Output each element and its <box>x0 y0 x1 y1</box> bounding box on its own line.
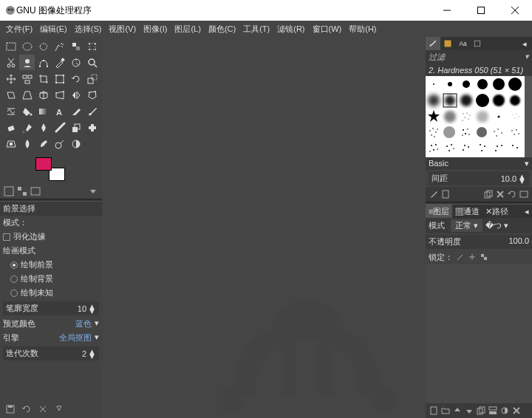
device-status-icon[interactable] <box>16 185 28 197</box>
tool-dodge-burn[interactable] <box>52 136 67 151</box>
lock-alpha-icon[interactable] <box>480 253 488 263</box>
mask-layer-icon[interactable] <box>499 405 510 416</box>
lower-layer-icon[interactable] <box>464 405 474 416</box>
menu-view[interactable]: 视图(V) <box>106 22 139 36</box>
tool-rotate[interactable] <box>68 71 83 86</box>
tool-fuzzy-select[interactable] <box>52 38 67 54</box>
close-button[interactable] <box>498 0 532 21</box>
tab-history[interactable] <box>470 37 485 50</box>
duplicate-layer-icon[interactable] <box>476 405 486 416</box>
tool-pencil[interactable] <box>68 103 83 119</box>
tool-text[interactable]: A <box>52 103 67 119</box>
merge-layer-icon[interactable] <box>488 405 498 416</box>
menu-help[interactable]: 帮助(H) <box>346 22 379 36</box>
tool-zoom[interactable] <box>84 55 100 70</box>
menu-select[interactable]: 选择(S) <box>72 22 105 36</box>
raise-layer-icon[interactable] <box>452 405 463 416</box>
layer-mode-dropdown[interactable]: 正常 ▾ <box>451 219 482 232</box>
radio-draw-unknown[interactable] <box>10 289 18 297</box>
tab-patterns[interactable] <box>440 37 455 50</box>
new-layer-icon[interactable] <box>429 405 439 416</box>
tool-align[interactable] <box>19 71 35 86</box>
menu-image[interactable]: 图像(I) <box>140 22 170 36</box>
engine-dropdown[interactable]: 引擎 全局抠图 ▾ <box>0 331 102 345</box>
brush-scrollbar[interactable] <box>525 76 532 157</box>
menu-file[interactable]: 文件(F) <box>3 22 35 36</box>
maximize-button[interactable] <box>464 0 498 21</box>
tool-move[interactable] <box>3 71 18 86</box>
radio-draw-bg[interactable] <box>10 275 18 283</box>
canvas-area[interactable] <box>102 37 426 418</box>
radio-draw-fg[interactable] <box>10 261 18 269</box>
brush-grid[interactable] <box>426 76 532 157</box>
reset-options-icon[interactable] <box>53 403 65 415</box>
delete-options-icon[interactable] <box>37 403 49 415</box>
edit-brush-icon[interactable] <box>429 189 439 199</box>
tool-mypaint-brush[interactable] <box>52 120 67 135</box>
fg-color[interactable] <box>35 157 52 171</box>
tool-color-balance[interactable] <box>68 136 83 151</box>
stroke-width-spinner[interactable]: 笔廓宽度 10 ▲▼ <box>3 301 99 315</box>
iterations-spinner[interactable]: 迭代次数 2 ▲▼ <box>3 346 99 360</box>
tool-blur[interactable] <box>19 136 35 151</box>
tab-menu-right[interactable]: ◂ <box>517 37 532 50</box>
tool-paintbrush[interactable] <box>84 103 100 119</box>
color-swatch[interactable] <box>35 157 65 181</box>
menu-tools[interactable]: 工具(T) <box>240 22 273 36</box>
spacing-spinner[interactable]: 间距 10.0 ▲▼ <box>429 171 529 185</box>
tool-ellipse-select[interactable] <box>19 38 35 54</box>
menu-color[interactable]: 颜色(C) <box>205 22 239 36</box>
save-options-icon[interactable] <box>4 403 16 415</box>
tooloptions-tab-icon[interactable] <box>3 185 15 197</box>
feather-checkbox[interactable] <box>3 233 10 241</box>
tool-smudge[interactable] <box>35 136 51 151</box>
brush-filter[interactable]: 过滤▾ <box>426 50 532 64</box>
tab-fonts[interactable]: Aa <box>455 37 470 50</box>
preview-color-dropdown[interactable]: 预览颜色 蓝色 ▾ <box>0 317 102 331</box>
tool-color-picker[interactable] <box>52 55 67 70</box>
tool-3d-transform[interactable] <box>35 87 51 103</box>
tool-crop[interactable] <box>35 71 51 86</box>
delete-layer-icon[interactable] <box>511 405 522 416</box>
tab-menu-layers[interactable]: ◂ <box>522 205 532 218</box>
images-tab-icon[interactable] <box>30 185 41 197</box>
tool-clone[interactable] <box>68 120 83 135</box>
layer-list[interactable] <box>426 264 532 403</box>
tab-brushes[interactable] <box>426 37 440 50</box>
tool-unified-transform[interactable] <box>52 71 67 86</box>
tab-layers[interactable]: ≡图层 <box>426 205 452 219</box>
tool-handle-transform[interactable] <box>52 87 67 103</box>
lock-position-icon[interactable] <box>468 253 477 263</box>
tool-heal[interactable] <box>84 120 100 135</box>
tab-channels[interactable]: ▦通道 <box>452 205 482 219</box>
menu-filters[interactable]: 滤镜(R) <box>274 22 307 36</box>
menu-windows[interactable]: 窗口(W) <box>310 22 345 36</box>
refresh-brush-icon[interactable] <box>507 189 517 199</box>
tool-flip[interactable] <box>68 87 83 103</box>
new-brush-icon[interactable] <box>440 189 451 199</box>
tool-scissors-select[interactable] <box>3 55 18 70</box>
tool-perspective[interactable] <box>19 87 35 103</box>
lock-pixels-icon[interactable] <box>456 253 465 263</box>
tool-ink[interactable] <box>35 120 51 135</box>
delete-brush-icon[interactable] <box>495 189 505 199</box>
tool-rect-select[interactable] <box>3 38 18 54</box>
tool-warp[interactable] <box>3 103 18 119</box>
tool-eraser[interactable] <box>3 120 18 135</box>
tool-airbrush[interactable] <box>19 120 35 135</box>
mode-switch-icon[interactable]: �つ ▾ <box>485 220 508 231</box>
open-as-image-icon[interactable] <box>519 189 529 199</box>
opacity-slider[interactable]: 不透明度 100.0 <box>426 235 532 249</box>
tab-paths[interactable]: ✕路径 <box>482 205 511 219</box>
tool-by-color-select[interactable] <box>68 38 83 54</box>
tool-foreground-select[interactable] <box>19 55 35 70</box>
tool-scissors[interactable] <box>84 38 100 54</box>
tool-scale[interactable] <box>84 71 100 86</box>
tool-paths[interactable] <box>35 55 51 70</box>
tool-shear[interactable] <box>3 87 18 103</box>
duplicate-brush-icon[interactable] <box>483 189 494 199</box>
tool-bucket-fill[interactable] <box>19 103 35 119</box>
minimize-button[interactable] <box>430 0 464 21</box>
tool-measure[interactable] <box>68 55 83 70</box>
new-group-icon[interactable] <box>440 405 451 416</box>
